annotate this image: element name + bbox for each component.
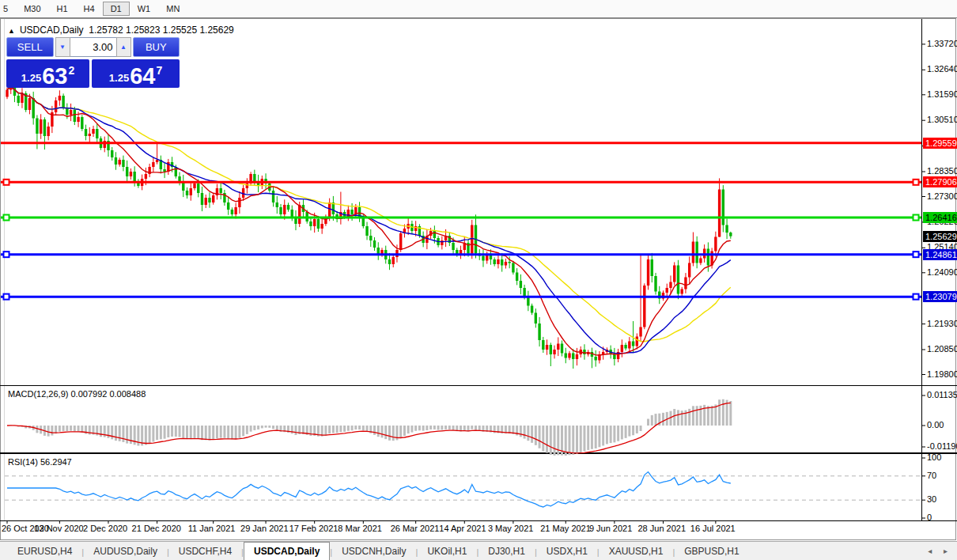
candle-body — [205, 198, 207, 205]
timeframe-button-w1[interactable]: W1 — [130, 2, 159, 16]
level-line-handle[interactable] — [4, 180, 9, 185]
ma-slow-line — [7, 87, 731, 342]
chart-tab-ukoil[interactable]: UKOil,H1 — [418, 543, 476, 560]
timeframe-button-m30[interactable]: M30 — [16, 2, 48, 16]
date-label: 13 Nov 2020 — [34, 524, 83, 533]
candle-body — [119, 160, 121, 165]
candle-body — [688, 263, 690, 278]
volume-increase-button[interactable]: ▲ — [116, 37, 131, 57]
candle-body — [568, 354, 570, 358]
price-axis-label: 1.30510 — [927, 115, 957, 124]
candle-body — [276, 202, 278, 207]
sell-price-pips: 63 — [42, 66, 67, 86]
chart-tab-eurusd[interactable]: EURUSD,H4 — [8, 543, 81, 560]
chart-tab-usdchf[interactable]: USDCHF,H4 — [169, 543, 241, 560]
timeframe-button-mn[interactable]: MN — [158, 2, 187, 16]
tab-scroll-arrows[interactable]: ◂ ▸ — [928, 547, 952, 555]
candle-body — [313, 219, 316, 226]
timeframe-toolbar: 5M30H1H4D1W1MN — [0, 0, 957, 18]
candle-body — [62, 96, 64, 108]
candle-body — [279, 207, 282, 214]
price-chart-canvas[interactable] — [0, 18, 957, 542]
level-line-handle[interactable] — [914, 252, 919, 257]
timeframe-button-h1[interactable]: H1 — [49, 2, 76, 16]
candle-body — [392, 257, 395, 264]
candle-body — [126, 167, 128, 176]
timeframe-button-d1[interactable]: D1 — [103, 2, 130, 16]
level-line-handle[interactable] — [4, 215, 9, 221]
candle-body — [699, 259, 702, 263]
price-badge: 1.27906 — [923, 176, 957, 187]
candle-body — [47, 127, 49, 136]
rsi-axis-label: 30 — [927, 494, 936, 504]
price-axis-label: 1.32640 — [927, 64, 957, 74]
candle-body — [508, 262, 510, 263]
candle-body — [647, 259, 649, 286]
chart-tab-gbpusd[interactable]: GBPUSD,H1 — [675, 543, 748, 560]
chart-tab-dj30[interactable]: DJ30,H1 — [478, 543, 535, 560]
candle-body — [538, 324, 540, 340]
candle-body — [632, 342, 634, 346]
chart-window: ▲USDCAD,Daily 1.25782 1.25823 1.25525 1.… — [0, 17, 957, 542]
macd-axis-label: 0.00 — [927, 420, 944, 429]
candle-body — [654, 276, 656, 292]
collapse-panel-icon[interactable]: ▲ — [8, 27, 15, 35]
candle-body — [77, 117, 79, 122]
candle-body — [234, 207, 236, 214]
chart-tab-usdcnh[interactable]: USDCNH,Daily — [332, 543, 415, 560]
candle-body — [298, 205, 301, 224]
candle-body — [643, 286, 645, 327]
timeframe-button-5[interactable]: 5 — [0, 2, 16, 16]
sell-price-point: 2 — [68, 64, 74, 77]
sell-button[interactable]: SELL — [6, 37, 54, 57]
candle-body — [501, 259, 503, 266]
timeframe-button-h4[interactable]: H4 — [76, 2, 103, 16]
candle-body — [309, 221, 312, 226]
level-line-handle[interactable] — [914, 294, 919, 300]
rsi-name: RSI(14) — [8, 457, 38, 467]
buy-price-pips: 64 — [130, 66, 155, 86]
candle-body — [725, 225, 728, 233]
level-line-handle[interactable] — [4, 294, 9, 300]
price-badge: 1.26416 — [923, 212, 957, 223]
volume-decrease-button[interactable]: ▼ — [55, 37, 70, 57]
level-line-handle[interactable] — [4, 252, 9, 257]
candle-body — [531, 306, 533, 313]
buy-button[interactable]: BUY — [133, 37, 180, 57]
candle-body — [583, 350, 585, 354]
volume-input[interactable] — [70, 37, 116, 57]
candle-body — [253, 174, 255, 181]
candle-body — [369, 236, 372, 240]
chart-tab-audusd[interactable]: AUDUSD,Daily — [84, 543, 167, 560]
candle-body — [433, 231, 436, 238]
level-line-handle[interactable] — [914, 215, 919, 221]
candle-body — [74, 110, 76, 122]
buy-price-display[interactable]: 1.25 64 7 — [92, 59, 180, 88]
level-line-handle[interactable] — [914, 180, 919, 185]
candle-body — [714, 237, 717, 252]
price-axis-label: 1.21930 — [927, 319, 957, 328]
date-label: 17 Feb 2021 — [289, 524, 339, 533]
candle-body — [666, 288, 668, 293]
candle-body — [178, 176, 180, 181]
date-label: 9 Jun 2021 — [589, 524, 632, 533]
price-axis-label: 1.19800 — [927, 369, 957, 379]
date-label: 8 Mar 2021 — [338, 524, 382, 533]
sell-price-display[interactable]: 1.25 63 2 — [6, 59, 89, 88]
chart-title: ▲USDCAD,Daily 1.25782 1.25823 1.25525 1.… — [8, 25, 234, 36]
candle-body — [572, 354, 574, 360]
macd-indicator-label: MACD(12,26,9) 0.007992 0.008488 — [8, 389, 146, 399]
candle-body — [133, 172, 135, 181]
price-badge: 1.29559 — [923, 138, 957, 149]
chart-tab-usdx[interactable]: USDX,H1 — [537, 543, 597, 560]
candle-body — [692, 242, 694, 263]
candle-body — [497, 259, 499, 264]
candle-body — [212, 195, 214, 202]
candle-body — [651, 259, 653, 276]
macd-axis-label: 0.01135 — [927, 390, 957, 399]
candle-body — [6, 90, 8, 97]
rsi-axis-label: 100 — [927, 452, 941, 462]
chart-tab-xauusd[interactable]: XAUUSD,H1 — [600, 543, 673, 560]
candle-body — [238, 198, 240, 207]
chart-tab-usdcad[interactable]: USDCAD,Daily — [244, 542, 330, 560]
